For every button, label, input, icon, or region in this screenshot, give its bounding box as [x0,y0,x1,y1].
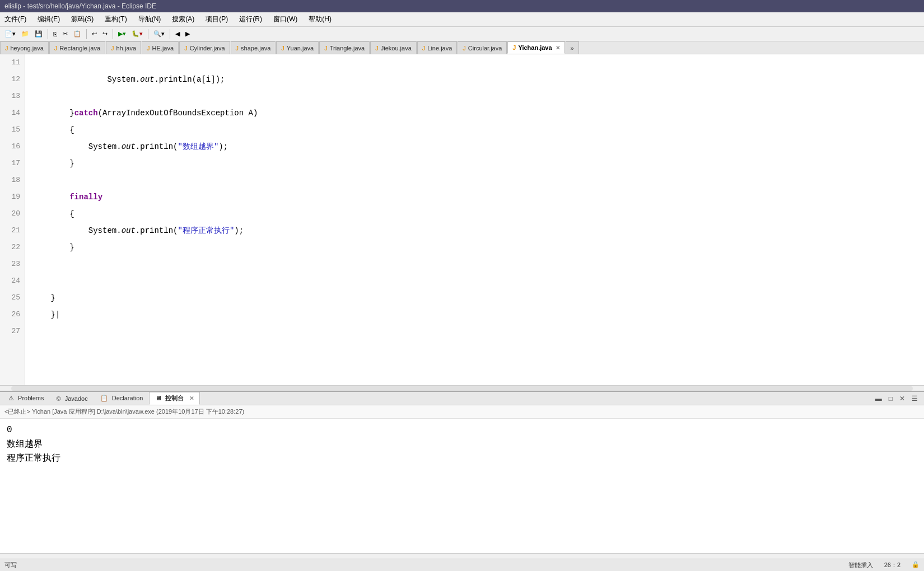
console-line-1: 0 [7,423,917,438]
menu-help[interactable]: 帮助(H) [306,13,334,25]
tab-yichan[interactable]: J Yichan.java ✕ [507,41,564,54]
bottom-tab-console-label: 控制台 [165,395,184,401]
code-line-12: System.out.println(a[i]); [32,71,917,88]
close-icon[interactable]: ✕ [556,45,560,51]
bottom-tab-declaration-label: Declaration [112,395,143,401]
code-line-27 [32,323,917,340]
bottom-tab-problems[interactable]: ⚠ Problems [2,392,50,404]
console-line-3: 程序正常执行 [7,452,917,466]
console-close[interactable]: ✕ [898,394,907,403]
tab-label: hh.java [116,45,136,52]
tab-label: Cylinder.java [190,45,225,52]
toolbar-new[interactable]: 📄▾ [2,29,18,39]
hscrollbar-track[interactable] [11,386,913,391]
console-icon: 🖥 [155,395,161,401]
tab-shape[interactable]: J shape.java [231,41,276,54]
title-text: elislip - test/src/hello/java/Yichan.jav… [4,2,156,10]
toolbar-save[interactable]: 💾 [32,29,45,39]
tab-icon: J [5,45,8,52]
tab-icon: J [375,45,379,52]
tab-icon: J [184,45,188,52]
code-line-20: { [32,205,917,222]
tab-cylinder[interactable]: J Cylinder.java [179,41,230,54]
toolbar-btn-4[interactable]: 📋 [71,29,83,39]
code-line-17: } [32,155,917,172]
bottom-tabs: ⚠ Problems © Javadoc 📋 Declaration 🖥 控制台… [0,392,924,405]
toolbar-forward[interactable]: ▶ [183,29,192,39]
toolbar-btn-2[interactable]: ⎘ [51,30,59,39]
tab-label: Line.java [427,45,452,52]
tab-label: Circular.java [468,45,502,52]
menu-edit[interactable]: 编辑(E) [35,13,62,25]
status-bar: 可写 智能插入 26：2 🔒 [0,559,924,571]
console-minimize[interactable]: ▬ [874,394,884,403]
tab-heyong[interactable]: J heyong.java [0,41,49,54]
tab-icon: J [324,45,328,52]
console-close-icon[interactable]: ✕ [189,395,194,401]
bottom-tab-declaration[interactable]: 📋 Declaration [94,392,150,404]
console-output: 0 数组越界 程序正常执行 [0,419,924,553]
bottom-tab-console[interactable]: 🖥 控制台 ✕ [149,392,199,405]
tab-label: Triangle.java [330,45,365,52]
title-bar: elislip - test/src/hello/java/Yichan.jav… [0,0,924,12]
toolbar-sep-1 [48,29,48,39]
toolbar-back[interactable]: ◀ [173,29,182,39]
tab-label: HE.java [152,45,174,52]
tab-rectangle[interactable]: J Rectangle.java [49,41,105,54]
menu-source[interactable]: 源码(S) [69,13,96,25]
tab-triangle[interactable]: J Triangle.java [319,41,370,54]
code-line-15: { [32,121,917,138]
declaration-icon: 📋 [100,395,108,401]
tab-hh[interactable]: J hh.java [106,41,141,54]
menu-file[interactable]: 文件(F) [2,13,29,25]
tab-jiekou[interactable]: J Jiekou.java [370,41,417,54]
code-content[interactable]: System.out.println(a[i]); }catch(ArrayIn… [25,54,924,385]
menu-refactor[interactable]: 重构(T) [102,13,129,25]
tab-icon: J [512,44,516,51]
bottom-tab-javadoc[interactable]: © Javadoc [50,393,94,404]
code-line-16: System.out.println("数组越界"); [32,138,917,155]
toolbar-sep-5 [170,29,170,39]
menu-navigate[interactable]: 导航(N) [136,13,164,25]
tab-circular[interactable]: J Circular.java [458,41,507,54]
status-right: 智能插入 26：2 🔒 [848,561,920,569]
tab-label: Yichan.java [518,44,552,51]
toolbar-search[interactable]: 🔍▾ [151,29,167,39]
menu-search[interactable]: 搜索(A) [170,13,197,25]
toolbar-open[interactable]: 📁 [19,29,31,39]
editor-hscroll[interactable] [0,385,924,391]
tab-yuan[interactable]: J Yuan.java [276,41,319,54]
console-header-text: <已终止> Yichan [Java 应用程序] D:\java\bin\jav… [4,408,244,415]
toolbar-undo[interactable]: ↩ [90,29,99,39]
console-hscroll[interactable] [0,553,924,559]
tab-line[interactable]: J Line.java [417,41,458,54]
code-line-21: System.out.println("程序正常执行"); [32,222,917,239]
code-line-25: } [32,289,917,306]
tab-label: heyong.java [11,45,44,52]
toolbar-btn-3[interactable]: ✂ [60,29,70,39]
code-line-22: } [32,239,917,256]
menu-run[interactable]: 运行(R) [237,13,264,25]
tab-he[interactable]: J HE.java [142,41,179,54]
tab-label: Jiekou.java [381,45,412,52]
console-maximize[interactable]: □ [887,394,894,403]
console-header: <已终止> Yichan [Java 应用程序] D:\java\bin\jav… [0,405,924,419]
code-line-14: }catch(ArrayIndexOutOfBoundsException A) [32,105,917,121]
problems-icon: ⚠ [8,395,14,401]
toolbar: 📄▾ 📁 💾 ⎘ ✂ 📋 ↩ ↪ ▶▾ 🐛▾ 🔍▾ ◀ ▶ [0,27,924,41]
menu-bar: 文件(F) 编辑(E) 源码(S) 重构(T) 导航(N) 搜索(A) 项目(P… [0,12,924,27]
javadoc-icon: © [57,395,61,402]
toolbar-redo[interactable]: ↪ [100,29,110,39]
toolbar-run[interactable]: ▶▾ [116,29,128,39]
status-writable: 可写 [4,561,17,569]
status-icon-end: 🔒 [912,561,920,569]
menu-window[interactable]: 窗口(W) [271,13,300,25]
code-line-23 [32,256,917,273]
code-line-11 [32,54,917,71]
tab-more[interactable]: » [566,41,579,54]
menu-project[interactable]: 项目(P) [203,13,230,25]
toolbar-debug[interactable]: 🐛▾ [129,29,145,39]
bottom-toolbar: ▬ □ ✕ ☰ [200,394,922,403]
code-editor[interactable]: 11 12 13 14 15 16 17 18 19 20 21 22 23 2… [0,54,924,391]
console-menu[interactable]: ☰ [910,394,920,403]
